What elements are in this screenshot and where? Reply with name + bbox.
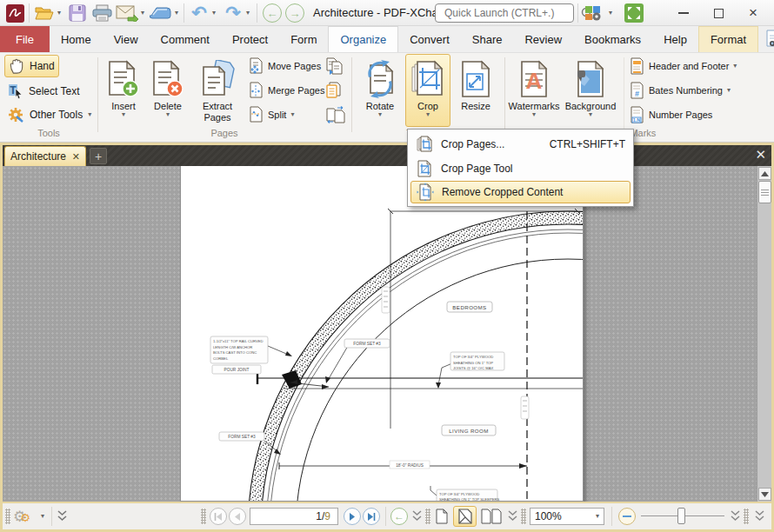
status-options-caret[interactable]: ▾ bbox=[41, 513, 44, 520]
fullscreen-button[interactable] bbox=[623, 3, 645, 23]
number-pages-button[interactable]: 1.N Number Pages bbox=[630, 104, 712, 125]
scanner-button[interactable] bbox=[149, 3, 173, 23]
save-button[interactable] bbox=[67, 3, 88, 23]
zoom-slider-handle[interactable] bbox=[677, 508, 685, 524]
insert-pages-icon bbox=[106, 55, 141, 98]
tab-protect[interactable]: Protect bbox=[221, 26, 279, 52]
redo-dropdown[interactable]: ▾ bbox=[244, 3, 252, 23]
expand-pane-button[interactable] bbox=[57, 510, 68, 522]
zoom-out-button[interactable] bbox=[618, 508, 636, 525]
minimize-button[interactable] bbox=[666, 0, 701, 26]
scroll-up-button[interactable] bbox=[758, 167, 771, 180]
last-page-button[interactable] bbox=[363, 508, 380, 525]
tab-comment[interactable]: Comment bbox=[150, 26, 221, 52]
tab-bookmarks[interactable]: Bookmarks bbox=[573, 26, 652, 52]
scroll-down-button[interactable] bbox=[758, 488, 771, 501]
tab-home[interactable]: Home bbox=[50, 26, 103, 52]
insert-pages-button[interactable]: Insert ▾ bbox=[102, 55, 145, 124]
header-footer-button[interactable]: Header and Footer ▾ bbox=[630, 56, 737, 76]
tab-format[interactable]: Format bbox=[698, 26, 758, 52]
hand-icon bbox=[9, 57, 24, 75]
find-button[interactable]: Find... bbox=[765, 26, 774, 52]
previous-page-button[interactable] bbox=[229, 508, 246, 525]
extract-pages-button[interactable]: ExtractPages bbox=[193, 55, 242, 124]
document-tab-architecture[interactable]: Architecture ✕ bbox=[4, 146, 86, 166]
merge-pages-button[interactable]: Merge Pages bbox=[248, 80, 324, 101]
vertical-scrollbar[interactable] bbox=[757, 166, 771, 502]
rotate-caret: ▾ bbox=[378, 111, 382, 118]
email-dropdown[interactable]: ▾ bbox=[138, 3, 147, 23]
tab-help[interactable]: Help bbox=[652, 26, 698, 52]
tab-review[interactable]: Review bbox=[513, 26, 573, 52]
print-button[interactable] bbox=[90, 3, 113, 23]
tab-view[interactable]: View bbox=[103, 26, 150, 52]
scanner-dropdown[interactable]: ▾ bbox=[172, 3, 181, 23]
move-pages-button[interactable]: Move Pages bbox=[248, 56, 321, 76]
delete-pages-button[interactable]: Delete ▾ bbox=[146, 55, 190, 124]
ui-options-button[interactable] bbox=[583, 3, 605, 23]
exchange-pages-button[interactable] bbox=[325, 104, 346, 125]
note-right-line3: JOISTS @ 16" O/C MAX bbox=[453, 366, 493, 370]
close-button[interactable]: × bbox=[736, 0, 771, 26]
open-file-button[interactable] bbox=[34, 3, 55, 23]
nav-back-button[interactable]: ← bbox=[263, 3, 282, 23]
email-button[interactable] bbox=[115, 3, 139, 23]
background-button[interactable]: Background ▾ bbox=[562, 55, 619, 124]
menu-item-remove-cropped-content[interactable]: Remove Cropped Content bbox=[410, 181, 631, 203]
menu-item-crop-page-tool[interactable]: Crop Page Tool bbox=[410, 156, 631, 181]
tab-form[interactable]: Form bbox=[279, 26, 328, 52]
maximize-button[interactable] bbox=[701, 0, 736, 26]
status-options-button[interactable]: ⚙⚙ bbox=[13, 508, 30, 526]
quick-launch-box[interactable] bbox=[435, 3, 574, 23]
architecture-drawing: BEDROOMS LIVING ROOM FORM SET #3 FORM SE… bbox=[181, 166, 583, 501]
close-pane-button[interactable]: ✕ bbox=[755, 147, 766, 163]
open-file-dropdown[interactable]: ▾ bbox=[55, 3, 63, 23]
scrollbar-thumb[interactable] bbox=[758, 181, 771, 203]
split-label: Split bbox=[268, 110, 286, 120]
crop-caret: ▾ bbox=[426, 111, 430, 118]
previous-view-button[interactable]: ← bbox=[390, 508, 408, 525]
redo-button[interactable]: ↷ bbox=[223, 3, 244, 23]
split-button[interactable]: Split ▾ bbox=[248, 104, 294, 125]
undo-dropdown[interactable]: ▾ bbox=[210, 3, 218, 23]
view-history-chevron[interactable] bbox=[411, 510, 423, 522]
document-canvas[interactable]: BEDROOMS LIVING ROOM FORM SET #3 FORM SE… bbox=[3, 166, 771, 502]
statusbar-more-chevron[interactable] bbox=[754, 510, 765, 522]
resize-button[interactable]: Resize bbox=[453, 55, 498, 124]
tab-organize[interactable]: Organize bbox=[328, 26, 398, 52]
nav-forward-button[interactable]: → bbox=[285, 3, 304, 23]
other-tools-button[interactable]: Other Tools ▾ bbox=[4, 103, 95, 126]
quick-launch-input[interactable] bbox=[443, 6, 581, 20]
single-page-layout-button[interactable] bbox=[432, 506, 451, 527]
watermarks-button[interactable]: A Watermarks ▾ bbox=[508, 55, 560, 124]
background-icon bbox=[574, 55, 607, 98]
next-page-button[interactable] bbox=[344, 508, 361, 525]
select-text-button[interactable]: T Select Text bbox=[4, 80, 83, 103]
page-number-field[interactable]: 1/9 bbox=[250, 508, 338, 525]
extract-pages-icon bbox=[198, 55, 237, 98]
menu-item-crop-pages[interactable]: Crop Pages... CTRL+SHIFT+T bbox=[410, 132, 631, 156]
two-page-layout-button[interactable] bbox=[479, 506, 505, 527]
duplicate-pages-button[interactable] bbox=[325, 56, 344, 76]
new-tab-button[interactable]: + bbox=[90, 148, 107, 164]
note-right-line2: SHEATHING ON 1" TOP bbox=[453, 361, 493, 365]
document-tab-title: Architecture bbox=[10, 150, 66, 163]
hand-tool-button[interactable]: Hand bbox=[4, 55, 59, 77]
layout-options-chevron[interactable] bbox=[507, 510, 518, 522]
first-page-button[interactable] bbox=[210, 508, 227, 525]
tab-share[interactable]: Share bbox=[461, 26, 514, 52]
pdf-page[interactable]: BEDROOMS LIVING ROOM FORM SET #3 FORM SE… bbox=[180, 166, 584, 502]
zoom-level-select[interactable]: 100% ▾ bbox=[530, 508, 604, 525]
zoom-options-chevron[interactable] bbox=[730, 510, 741, 522]
ui-options-dropdown[interactable]: ▾ bbox=[606, 3, 615, 23]
tab-file[interactable]: File bbox=[0, 26, 50, 52]
undo-button[interactable]: ↶ bbox=[189, 3, 210, 23]
crop-button[interactable]: Crop ▾ bbox=[405, 54, 450, 127]
fit-width-layout-button[interactable] bbox=[453, 506, 477, 527]
bates-numbering-button[interactable]: # Bates Numbering ▾ bbox=[630, 80, 731, 101]
replace-pages-button[interactable] bbox=[325, 80, 344, 101]
document-tab-close-icon[interactable]: ✕ bbox=[72, 151, 80, 163]
tab-convert[interactable]: Convert bbox=[398, 26, 461, 52]
rotate-button[interactable]: Rotate ▾ bbox=[357, 55, 404, 124]
hand-tool-label: Hand bbox=[30, 60, 55, 72]
